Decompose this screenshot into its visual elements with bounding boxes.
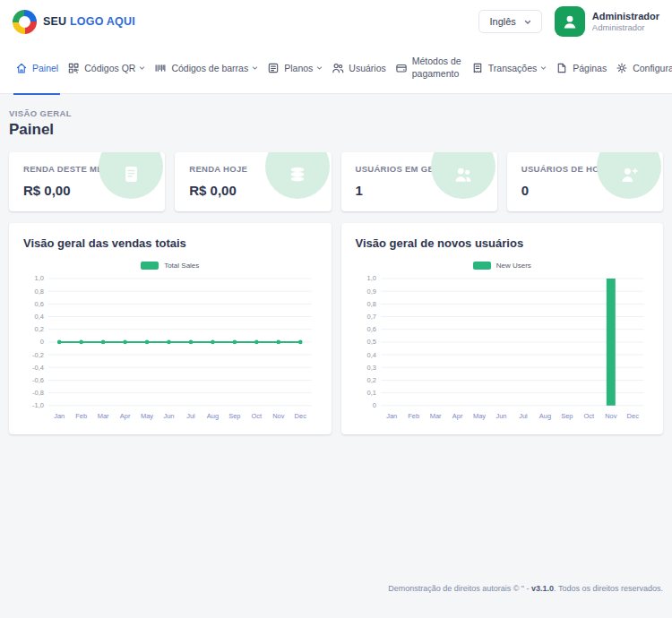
svg-text:0,7: 0,7 xyxy=(366,313,375,321)
legend-swatch xyxy=(473,262,491,270)
svg-text:Aug: Aug xyxy=(207,412,219,420)
svg-text:Jul: Jul xyxy=(186,412,195,420)
charts-row: Visão geral das vendas totais Total Sale… xyxy=(9,223,663,434)
svg-text:Jun: Jun xyxy=(495,412,506,420)
home-icon xyxy=(15,62,28,74)
new-users-chart: 1,00,90,80,70,60,50,40,30,20,10JanFebMar… xyxy=(352,271,653,429)
svg-text:0,4: 0,4 xyxy=(35,313,44,321)
wallet-icon xyxy=(395,62,408,74)
svg-text:Dec: Dec xyxy=(295,412,307,420)
svg-text:Sep: Sep xyxy=(561,412,573,420)
logo-icon xyxy=(13,10,37,34)
logo-text-dark: SEU xyxy=(43,15,66,28)
user-menu[interactable]: Administrador Administrador xyxy=(555,6,659,37)
footer-rights: . Todos os direitos reservados. xyxy=(554,584,663,593)
svg-text:-0,6: -0,6 xyxy=(32,376,44,384)
svg-text:0,6: 0,6 xyxy=(35,300,44,308)
svg-text:Nov: Nov xyxy=(272,412,285,420)
nav-item-label: Códigos QR xyxy=(84,63,135,73)
footer-version: v3.1.0 xyxy=(531,584,554,593)
legend-swatch xyxy=(141,262,159,270)
svg-text:0,2: 0,2 xyxy=(35,325,44,333)
stat-card-renda-mes: RENDA DESTE MÊS R$ 0,00 xyxy=(9,152,165,211)
language-select[interactable]: Inglês xyxy=(478,10,541,33)
users-icon xyxy=(332,62,344,74)
language-select-value: Inglês xyxy=(489,16,515,27)
svg-text:Feb: Feb xyxy=(75,412,87,420)
svg-text:Mar: Mar xyxy=(98,412,109,420)
svg-text:Jul: Jul xyxy=(519,412,528,420)
footer-copyright: Demonstração de direitos autorais © " - xyxy=(388,584,531,593)
footer: Demonstração de direitos autorais © " - … xyxy=(0,575,672,618)
svg-text:0,3: 0,3 xyxy=(366,364,375,372)
legend-label: New Users xyxy=(496,262,531,270)
svg-text:1,0: 1,0 xyxy=(35,274,44,282)
nav-item-paginas[interactable]: Páginas xyxy=(551,43,611,94)
nav-item-metodos-de-pagamento[interactable]: Métodos de pagamento xyxy=(391,43,467,94)
top-right-group: Inglês Administrador Administrador xyxy=(478,6,659,37)
stat-card-usuarios-geral: USUÁRIOS EM GERAL 1 xyxy=(341,152,497,211)
main-nav: Painel Códigos QR Códigos de barras Plan… xyxy=(0,43,672,94)
svg-text:0,2: 0,2 xyxy=(366,376,375,384)
logo-text-accent: LOGO AQUI xyxy=(70,15,135,28)
qr-code-icon xyxy=(67,62,80,74)
chevron-down-icon xyxy=(524,16,531,27)
nav-item-transacoes[interactable]: Transações xyxy=(467,43,551,94)
barcode-icon xyxy=(154,62,167,74)
svg-text:Mar: Mar xyxy=(429,412,441,420)
svg-text:Sep: Sep xyxy=(228,412,240,420)
nav-item-label: Páginas xyxy=(573,63,607,73)
plans-icon xyxy=(267,62,280,74)
svg-text:-0,2: -0,2 xyxy=(32,351,44,359)
svg-text:Apr: Apr xyxy=(120,412,131,420)
logo-text: SEU LOGO AQUI xyxy=(43,15,135,28)
svg-text:Oct: Oct xyxy=(583,412,595,420)
svg-text:0: 0 xyxy=(40,338,44,346)
nav-item-label: Painel xyxy=(32,63,58,73)
chart-title: Visão geral das vendas totais xyxy=(20,236,321,250)
nav-item-codigos-qr[interactable]: Códigos QR xyxy=(63,43,150,94)
nav-item-planos[interactable]: Planos xyxy=(263,43,327,94)
svg-text:-0,4: -0,4 xyxy=(32,364,44,372)
stat-card-renda-hoje: RENDA HOJE R$ 0,00 xyxy=(175,152,331,211)
svg-text:Aug: Aug xyxy=(538,412,550,420)
svg-text:May: May xyxy=(472,412,485,420)
stat-card-usuarios-hoje: USUÁRIOS DE HOJE 0 xyxy=(507,152,663,211)
chart-legend: New Users xyxy=(352,262,653,270)
new-users-card: Visão geral de novos usuários New Users … xyxy=(341,223,664,434)
chevron-down-icon xyxy=(540,65,547,71)
svg-text:-1,0: -1,0 xyxy=(32,401,44,409)
svg-text:1,0: 1,0 xyxy=(366,274,375,282)
svg-text:Jan: Jan xyxy=(386,412,397,420)
nav-item-label: Usuários xyxy=(349,63,385,73)
svg-text:0: 0 xyxy=(372,401,375,409)
svg-text:May: May xyxy=(141,412,153,420)
nav-item-label: Códigos de barras xyxy=(171,63,248,73)
top-bar: SEU LOGO AQUI Inglês Administrador Admin… xyxy=(0,0,672,43)
nav-item-usuarios[interactable]: Usuários xyxy=(327,43,390,94)
svg-text:0,9: 0,9 xyxy=(366,288,375,296)
svg-text:0,6: 0,6 xyxy=(366,325,375,333)
main-content: VISÃO GERAL Painel RENDA DESTE MÊS R$ 0,… xyxy=(0,94,672,575)
nav-item-painel[interactable]: Painel xyxy=(11,43,63,94)
page-title: Painel xyxy=(9,121,663,139)
nav-item-codigos-de-barras[interactable]: Códigos de barras xyxy=(150,43,263,94)
chevron-down-icon xyxy=(316,65,323,71)
svg-text:0,4: 0,4 xyxy=(366,351,375,359)
stats-row: RENDA DESTE MÊS R$ 0,00 RENDA HOJE R$ 0,… xyxy=(9,152,663,211)
chart-title: Visão geral de novos usuários xyxy=(352,236,653,250)
page-icon xyxy=(556,62,568,74)
user-name: Administrador xyxy=(592,11,659,21)
svg-text:-0,8: -0,8 xyxy=(32,389,44,397)
logo[interactable]: SEU LOGO AQUI xyxy=(13,10,135,34)
svg-text:Jan: Jan xyxy=(54,412,65,420)
svg-text:0,1: 0,1 xyxy=(366,389,375,397)
user-role: Administrador xyxy=(592,22,659,32)
chart-legend: Total Sales xyxy=(20,262,321,270)
nav-item-label: Métodos de pagamento xyxy=(412,56,462,80)
receipt-icon xyxy=(471,62,484,74)
avatar xyxy=(555,6,585,37)
breadcrumb: VISÃO GERAL xyxy=(9,108,663,118)
svg-text:Nov: Nov xyxy=(605,412,617,420)
nav-item-configuracoes[interactable]: Configurações xyxy=(611,43,672,94)
